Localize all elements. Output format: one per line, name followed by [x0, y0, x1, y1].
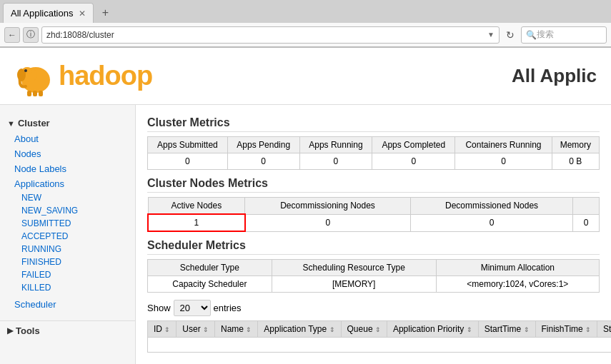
svg-rect-6 [33, 91, 37, 96]
cluster-metrics-table: Apps Submitted Apps Pending Apps Running… [147, 136, 600, 170]
tab-title: All Applications [11, 8, 73, 19]
entries-select[interactable]: 10 20 50 100 [174, 300, 211, 316]
sidebar-item-new-saving[interactable]: NEW_SAVING [0, 204, 135, 217]
val-apps-pending: 0 [227, 153, 299, 170]
tools-arrow-icon: ▶ [7, 326, 13, 335]
id-sort-icon: ⇕ [164, 326, 170, 333]
col-apps-completed: Apps Completed [372, 137, 455, 153]
applications-table: ID ⇕ User ⇕ Name ⇕ Application Type ⇕ Qu… [147, 320, 611, 353]
sidebar-item-node-labels[interactable]: Node Labels [0, 161, 135, 176]
val-scheduling-resource-type: [MEMORY] [272, 276, 436, 293]
url-dropdown-icon[interactable]: ▼ [487, 31, 495, 39]
no-data-cell [148, 338, 612, 353]
browser-search-input[interactable]: 🔍 搜索 [521, 26, 607, 44]
address-bar: ← ⓘ zhd:18088/cluster ▼ ↻ 🔍 搜索 [0, 23, 611, 47]
val-apps-submitted: 0 [148, 153, 228, 170]
finish-sort-icon: ⇕ [585, 326, 591, 333]
col-id[interactable]: ID ⇕ [148, 321, 177, 338]
col-start-time[interactable]: StartTime ⇕ [478, 321, 535, 338]
col-apps-running: Apps Running [299, 137, 372, 153]
val-apps-completed: 0 [372, 153, 455, 170]
col-memory: Memory [552, 137, 599, 153]
no-data-row [148, 338, 612, 353]
val-minimum-allocation: <memory:1024, vCores:1> [436, 276, 599, 293]
sidebar-item-submitted[interactable]: SUBMITTED [0, 217, 135, 230]
sidebar-item-nodes[interactable]: Nodes [0, 146, 135, 161]
val-apps-running: 0 [299, 153, 372, 170]
col-decommissioned-nodes: Decommissioned Nodes [410, 198, 573, 215]
val-decommissioned-nodes: 0 [410, 214, 573, 231]
queue-sort-icon: ⇕ [375, 326, 381, 333]
cluster-arrow-icon: ▼ [7, 119, 15, 128]
hadoop-text-logo: hadoop [59, 61, 152, 91]
cluster-nodes-row: 1 0 0 0 [148, 214, 600, 231]
cluster-section: ▼ Cluster About Nodes Node Labels Applic… [0, 112, 135, 315]
svg-rect-7 [39, 91, 43, 96]
cluster-header[interactable]: ▼ Cluster [0, 115, 135, 131]
cluster-metrics-title: Cluster Metrics [147, 116, 600, 132]
url-text: zhd:18088/cluster [46, 30, 487, 40]
scheduler-metrics-row: Capacity Scheduler [MEMORY] <memory:1024… [148, 276, 600, 293]
col-state[interactable]: State ⇕ [597, 321, 611, 338]
main-layout: ▼ Cluster About Nodes Node Labels Applic… [0, 105, 611, 364]
start-sort-icon: ⇕ [524, 326, 530, 333]
entries-label: entries [214, 303, 242, 313]
col-application-type[interactable]: Application Type ⇕ [258, 321, 341, 338]
app-priority-sort-icon: ⇕ [467, 326, 472, 333]
val-memory: 0 B [552, 153, 599, 170]
col-scheduling-resource-type: Scheduling Resource Type [272, 260, 436, 276]
sidebar-item-finished[interactable]: FINISHED [0, 256, 135, 268]
val-scheduler-type: Capacity Scheduler [148, 276, 272, 293]
page-header: hadoop All Applic [0, 48, 611, 105]
col-decommissioning-nodes: Decommissioning Nodes [245, 198, 411, 215]
logo-wrapper: hadoop [14, 55, 152, 98]
sidebar-tools-header[interactable]: ▶ Tools [0, 320, 135, 340]
info-button[interactable]: ⓘ [23, 27, 39, 43]
user-sort-icon: ⇕ [203, 326, 209, 333]
sidebar-item-running[interactable]: RUNNING [0, 243, 135, 256]
col-active-nodes: Active Nodes [148, 198, 245, 215]
col-extra [573, 198, 600, 215]
sidebar-item-killed[interactable]: KILLED [0, 281, 135, 294]
col-queue[interactable]: Queue ⇕ [341, 321, 387, 338]
browser-chrome: All Applications ✕ + ← ⓘ zhd:18088/clust… [0, 0, 611, 48]
col-name[interactable]: Name ⇕ [215, 321, 258, 338]
show-label: Show [147, 303, 171, 313]
search-placeholder: 搜索 [537, 29, 554, 41]
sidebar-item-accepted[interactable]: ACCEPTED [0, 230, 135, 243]
show-entries-control: Show 10 20 50 100 entries [147, 300, 600, 316]
val-containers-running: 0 [455, 153, 552, 170]
scheduler-metrics-title: Scheduler Metrics [147, 239, 600, 255]
sidebar-item-scheduler[interactable]: Scheduler [0, 297, 135, 312]
close-tab-button[interactable]: ✕ [79, 9, 86, 19]
cluster-label: Cluster [18, 118, 50, 128]
val-active-nodes: 1 [148, 214, 245, 231]
sidebar: ▼ Cluster About Nodes Node Labels Applic… [0, 105, 136, 364]
svg-rect-5 [27, 91, 31, 96]
sidebar-item-failed[interactable]: FAILED [0, 268, 135, 281]
col-user[interactable]: User ⇕ [177, 321, 215, 338]
col-apps-pending: Apps Pending [227, 137, 299, 153]
url-bar[interactable]: zhd:18088/cluster ▼ [41, 26, 500, 44]
hadoop-elephant-logo [14, 55, 57, 98]
new-tab-button[interactable]: + [96, 4, 114, 21]
col-containers-running: Containers Running [455, 137, 552, 153]
page-title: All Applic [512, 65, 597, 87]
col-scheduler-type: Scheduler Type [148, 260, 272, 276]
sidebar-item-about[interactable]: About [0, 131, 135, 146]
col-application-priority[interactable]: Application Priority ⇕ [387, 321, 478, 338]
back-button[interactable]: ← [4, 27, 20, 43]
sidebar-item-new[interactable]: NEW [0, 191, 135, 204]
col-finish-time[interactable]: FinishTime ⇕ [535, 321, 597, 338]
sidebar-item-applications[interactable]: Applications [0, 176, 135, 191]
main-content: Cluster Metrics Apps Submitted Apps Pend… [136, 105, 611, 364]
search-icon: 🔍 [526, 30, 537, 40]
cluster-nodes-table: Active Nodes Decommissioning Nodes Decom… [147, 197, 600, 232]
svg-point-4 [24, 69, 27, 72]
app-type-sort-icon: ⇕ [329, 326, 335, 333]
refresh-button[interactable]: ↻ [502, 27, 518, 43]
tools-label: Tools [16, 325, 40, 336]
active-tab[interactable]: All Applications ✕ [3, 3, 94, 23]
tab-bar: All Applications ✕ + [0, 0, 611, 23]
col-apps-submitted: Apps Submitted [148, 137, 228, 153]
